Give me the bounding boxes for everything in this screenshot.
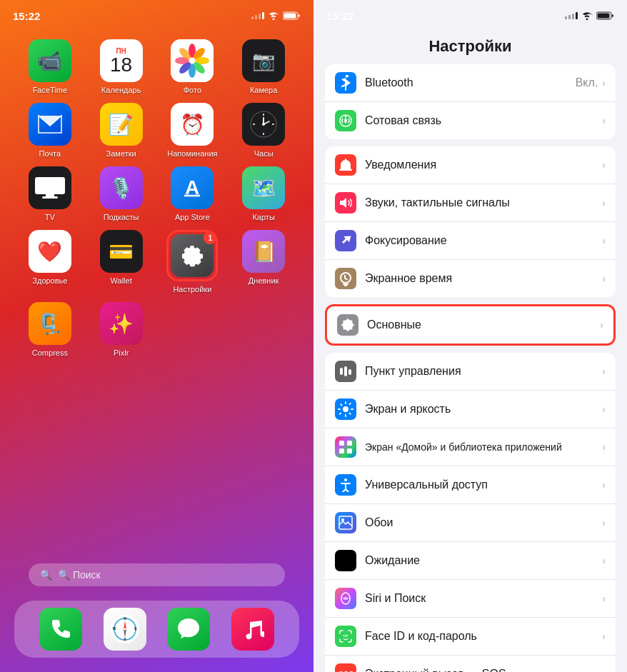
svg-rect-23: [42, 196, 58, 199]
podcasts-icon: 🎙️: [100, 166, 143, 209]
podcasts-label: Подкасты: [104, 213, 139, 221]
app-health[interactable]: ❤️ Здоровье: [21, 230, 79, 294]
sos-chevron: ›: [602, 668, 606, 672]
compress-label: Compress: [32, 348, 68, 357]
settings-row-sos[interactable]: SOS Экстренный вызов — SOS ›: [325, 656, 616, 672]
app-appletv[interactable]: TV: [21, 166, 79, 221]
app-reminders[interactable]: ⏰ Напоминания: [164, 103, 221, 158]
svg-rect-42: [340, 368, 343, 375]
dock-music[interactable]: [231, 608, 274, 651]
notes-icon: 📝: [100, 103, 143, 146]
svg-rect-47: [347, 441, 352, 446]
camera-icon: 📷: [242, 39, 285, 82]
settings-icon: 1: [171, 234, 214, 277]
svg-point-50: [344, 478, 347, 481]
settings-row-screentime[interactable]: Экранное время ›: [325, 260, 616, 297]
general-icon: [337, 314, 358, 336]
settings-row-notifications[interactable]: Уведомления ›: [325, 146, 616, 184]
health-icon: ❤️: [29, 230, 71, 273]
settings-row-cellular[interactable]: Сотовая связь ›: [325, 102, 616, 139]
app-grid: 📹 FaceTime Пн 18 Календарь: [14, 39, 299, 366]
notifications-chevron: ›: [602, 159, 606, 171]
svg-rect-44: [348, 369, 351, 375]
sounds-chevron: ›: [602, 197, 606, 209]
app-photos[interactable]: Фото: [164, 39, 221, 94]
settings-row-homescreen[interactable]: Экран «Домой» и библиотека приложений ›: [325, 428, 616, 466]
settings-list[interactable]: Bluetooth Вкл. › Сотовая связь ›: [314, 64, 627, 672]
app-appstore[interactable]: A App Store: [164, 166, 221, 221]
app-notes[interactable]: 📝 Заметки: [93, 103, 150, 158]
facetime-icon: 📹: [29, 39, 71, 82]
svg-rect-48: [339, 448, 344, 453]
dock-phone[interactable]: [39, 608, 82, 651]
clock-icon: [242, 103, 285, 146]
app-row-1: 📹 FaceTime Пн 18 Календарь: [14, 39, 299, 94]
svg-point-54: [343, 635, 345, 636]
app-row-2: Почта 📝 Заметки ⏰ Напоминания: [14, 103, 299, 158]
settings-screen: 15:22 Настройки: [314, 0, 627, 672]
svg-rect-46: [339, 441, 344, 446]
app-podcasts[interactable]: 🎙️ Подкасты: [93, 166, 150, 221]
standby-chevron: ›: [602, 555, 606, 566]
svg-text:W: W: [112, 626, 116, 631]
focus-icon: [335, 230, 356, 251]
control-chevron: ›: [602, 366, 606, 377]
app-compress[interactable]: 🗜️ Compress: [21, 302, 79, 357]
control-icon: [335, 361, 356, 382]
status-icons-left: [251, 11, 301, 20]
app-camera[interactable]: 📷 Камера: [235, 39, 292, 94]
settings-row-bluetooth[interactable]: Bluetooth Вкл. ›: [325, 64, 616, 102]
settings-row-sounds[interactable]: Звуки, тактильные сигналы ›: [325, 184, 616, 222]
app-settings[interactable]: 1 Настройки: [164, 230, 221, 294]
app-clock[interactable]: Часы: [235, 103, 292, 158]
siri-icon: [335, 588, 356, 609]
settings-row-control[interactable]: Пункт управления ›: [325, 353, 616, 391]
settings-header: Настройки: [314, 31, 627, 64]
notifications-icon: [335, 154, 356, 176]
svg-rect-40: [344, 285, 347, 286]
dock-messages[interactable]: [167, 608, 210, 651]
sounds-icon: [335, 192, 356, 214]
general-chevron: ›: [600, 319, 603, 331]
svg-rect-22: [46, 194, 54, 196]
display-chevron: ›: [602, 403, 606, 415]
battery-icon-right: [596, 11, 614, 20]
screentime-chevron: ›: [602, 273, 606, 284]
settings-row-faceid[interactable]: Face ID и код-пароль ›: [325, 618, 616, 656]
settings-row-focus[interactable]: Фокусирование ›: [325, 222, 616, 260]
sos-icon: SOS: [335, 663, 356, 672]
settings-row-siri[interactable]: Siri и Поиск ›: [325, 580, 616, 618]
svg-rect-36: [598, 14, 610, 19]
dock-safari[interactable]: N S E W: [104, 608, 146, 651]
settings-row-standby[interactable]: Ожидание ›: [325, 542, 616, 580]
sos-label: Экстренный вызов — SOS: [365, 668, 602, 672]
notes-label: Заметки: [106, 149, 136, 158]
app-pixlr[interactable]: ✨ Pixlr: [93, 302, 150, 357]
app-row-3: TV 🎙️ Подкасты A App Store 🗺️ Карты: [14, 166, 299, 221]
mail-label: Почта: [39, 149, 61, 158]
svg-rect-49: [347, 448, 352, 453]
maps-label: Карты: [252, 213, 274, 221]
compress-icon: 🗜️: [29, 302, 71, 345]
search-bar[interactable]: 🔍 🔍 Поиск: [29, 563, 285, 586]
app-mail[interactable]: Почта: [21, 103, 79, 158]
accessibility-icon: [335, 474, 356, 496]
pixlr-icon: ✨: [100, 302, 143, 345]
app-journal[interactable]: 📔 Дневник: [235, 230, 292, 294]
svg-point-20: [262, 123, 265, 126]
settings-row-display[interactable]: Экран и яркость ›: [325, 391, 616, 428]
app-empty-1: [164, 302, 221, 357]
appletv-icon: [29, 166, 71, 209]
app-facetime[interactable]: 📹 FaceTime: [21, 39, 79, 94]
settings-row-general-highlighted[interactable]: Основные ›: [325, 304, 616, 346]
status-icons-right: [565, 11, 614, 20]
app-maps[interactable]: 🗺️ Карты: [235, 166, 292, 221]
app-calendar[interactable]: Пн 18 Календарь: [93, 39, 150, 94]
settings-row-accessibility[interactable]: Универсальный доступ ›: [325, 466, 616, 504]
settings-row-wallpaper[interactable]: Обои ›: [325, 504, 616, 542]
appstore-icon: A: [171, 166, 214, 209]
siri-chevron: ›: [602, 593, 606, 604]
clock-label: Часы: [254, 149, 274, 158]
standby-icon: [335, 550, 356, 571]
app-wallet[interactable]: 💳 Wallet: [93, 230, 150, 294]
